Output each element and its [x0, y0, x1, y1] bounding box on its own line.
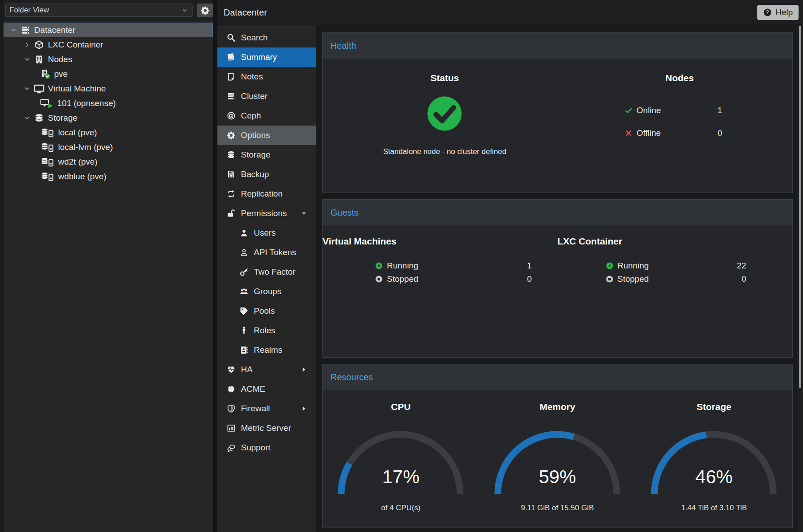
- virtual-machines-column: Virtual Machines Running 1 Stop: [323, 225, 558, 357]
- menu-item-label: Two Factor: [254, 267, 295, 277]
- server-stack-icon: [227, 92, 236, 101]
- play-circle-icon: [606, 262, 614, 270]
- menu-item[interactable]: API Tokens: [217, 243, 316, 262]
- guest-status-count: 22: [737, 261, 746, 271]
- user-icon: [240, 229, 248, 237]
- menu-item-label: Metric Server: [241, 423, 291, 433]
- menu-item[interactable]: Summary: [217, 47, 316, 67]
- summary-content: Health Status Standalone node - no clust…: [316, 25, 797, 532]
- tree-item[interactable]: wd2t (pve): [4, 154, 213, 169]
- cross-icon: [625, 129, 633, 137]
- chevron-down-icon: [9, 26, 17, 34]
- panel-titlebar: Datacenter ? Help: [217, 0, 803, 25]
- server-stack-icon: [20, 25, 31, 35]
- menu-item[interactable]: Support: [217, 438, 316, 457]
- node-status-count: 1: [717, 106, 722, 115]
- menu-item[interactable]: HA: [217, 360, 316, 379]
- node-status-row: Online 1: [625, 106, 722, 115]
- guest-status-row: Stopped 0: [606, 274, 747, 284]
- tree-item-label: local-lvm (pve): [58, 142, 113, 152]
- menu-item-label: Replication: [241, 189, 283, 199]
- tree-item[interactable]: Storage: [4, 110, 213, 125]
- svg-text:?: ?: [766, 9, 769, 16]
- tree-item-label: wd2t (pve): [58, 157, 98, 167]
- help-button-label: Help: [775, 8, 793, 17]
- support-icon: [227, 443, 236, 452]
- tree-item-label: wdblue (pve): [58, 172, 106, 181]
- monitor-play-icon: [40, 99, 54, 108]
- tree-item[interactable]: LXC Container: [4, 37, 213, 52]
- tree-item[interactable]: pve: [4, 67, 213, 81]
- search-icon: [227, 33, 236, 42]
- scrollbar-thumb[interactable]: [799, 26, 801, 388]
- database-icon: [227, 150, 236, 159]
- lxc-container-column: LXC Container Running 22 Stoppe: [558, 225, 793, 357]
- menu-item-label: Search: [241, 33, 268, 43]
- chevron-down-icon: [23, 85, 31, 93]
- guest-status-count: 0: [527, 274, 532, 284]
- menu-item-label: Realms: [254, 345, 282, 355]
- guest-status-row: Running 22: [606, 261, 747, 271]
- cluster-status-message: Standalone node - no cluster defined: [323, 147, 567, 156]
- menu-item[interactable]: ACME: [217, 379, 316, 399]
- resource-tree: Datacenter LXC Container Nodes pve V: [4, 20, 213, 184]
- tree-item[interactable]: local-lvm (pve): [4, 140, 213, 154]
- tree-item[interactable]: 101 (opnsense): [4, 96, 213, 110]
- menu-item[interactable]: Options: [217, 126, 316, 145]
- play-circle-icon: [375, 262, 383, 270]
- menu-item-label: API Tokens: [254, 248, 296, 257]
- menu-item-label: HA: [241, 365, 252, 374]
- menu-item[interactable]: Backup: [217, 165, 316, 184]
- tree-settings-button[interactable]: [197, 4, 213, 17]
- menu-item[interactable]: Groups: [217, 282, 316, 301]
- menu-item[interactable]: Cluster: [217, 87, 316, 106]
- db-drive-icon: [40, 172, 55, 181]
- menu-item[interactable]: Metric Server: [217, 418, 316, 438]
- menu-item[interactable]: Replication: [217, 184, 316, 204]
- memory-sublabel: 9.11 GiB of 15.50 GiB: [479, 504, 636, 512]
- cpu-sublabel: of 4 CPU(s): [323, 504, 479, 512]
- tree-item[interactable]: local (pve): [4, 125, 213, 140]
- shield-icon: [227, 404, 236, 413]
- memory-gauge: 59%: [492, 429, 623, 497]
- tree-item-label: local (pve): [58, 128, 97, 138]
- menu-item[interactable]: Realms: [217, 340, 316, 360]
- menu-item[interactable]: Notes: [217, 67, 316, 87]
- view-mode-select[interactable]: Folder View: [5, 4, 193, 17]
- chevron-down-icon: [23, 55, 31, 63]
- menu-item[interactable]: Roles: [217, 321, 316, 340]
- health-panel: Health Status Standalone node - no clust…: [322, 32, 793, 193]
- tree-item[interactable]: Nodes: [4, 52, 213, 67]
- tree-item[interactable]: Virtual Machine: [4, 81, 213, 96]
- menu-item[interactable]: Firewall: [217, 399, 316, 418]
- menu-item[interactable]: Ceph: [217, 106, 316, 126]
- menu-item[interactable]: Permissions: [217, 204, 316, 223]
- vertical-scrollbar[interactable]: [797, 25, 803, 532]
- cpu-percent: 17%: [335, 466, 466, 488]
- panel-splitter[interactable]: [213, 0, 217, 532]
- menu-item[interactable]: Pools: [217, 301, 316, 321]
- guest-status-label: Running: [618, 261, 649, 271]
- guest-status-row: Stopped 0: [375, 274, 532, 284]
- check-icon: [625, 106, 633, 114]
- tree-item[interactable]: Datacenter: [4, 23, 213, 37]
- menu-item-label: Backup: [241, 169, 269, 179]
- menu-item-label: Permissions: [241, 209, 287, 218]
- tree-item[interactable]: wdblue (pve): [4, 169, 213, 184]
- proxmox-app: Folder View Datacenter LXC Container: [0, 0, 803, 532]
- storage-gauge: 46%: [648, 429, 779, 497]
- menu-item[interactable]: Users: [217, 223, 316, 243]
- chevron-down-icon: [23, 114, 31, 122]
- db-drive-icon: [40, 128, 55, 138]
- menu-item[interactable]: Search: [217, 28, 316, 47]
- menu-item-label: ACME: [241, 384, 265, 394]
- page-title: Datacenter: [224, 8, 267, 18]
- health-panel-header: Health: [323, 33, 792, 59]
- menu-item[interactable]: Two Factor: [217, 262, 316, 282]
- memory-heading: Memory: [479, 402, 636, 412]
- help-button[interactable]: ? Help: [757, 5, 799, 20]
- guest-status-count: 1: [527, 261, 532, 271]
- resources-panel-header: Resources: [323, 364, 792, 390]
- caret-right-icon: [300, 366, 308, 374]
- menu-item[interactable]: Storage: [217, 145, 316, 165]
